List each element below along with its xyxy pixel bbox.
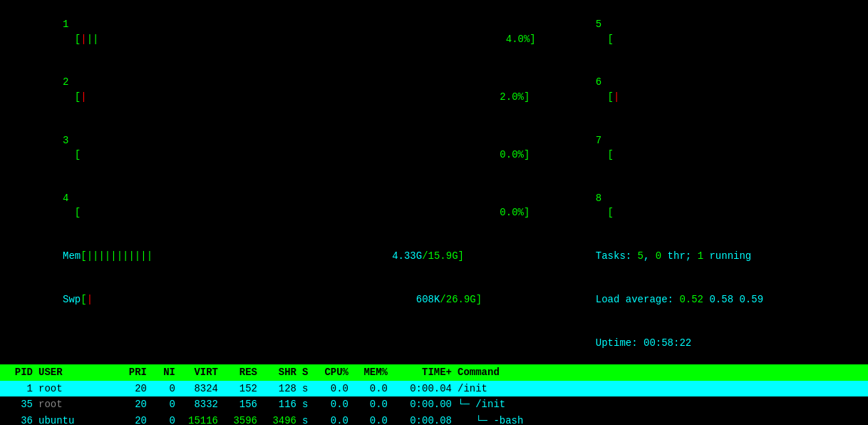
row1-user: root <box>38 381 117 396</box>
cpu5-bracket-open: [ <box>596 34 614 45</box>
row2-cmd: └─ /init <box>458 396 865 412</box>
cpu4-percent: 0.0%] <box>500 207 529 218</box>
cpu1-percent: 4.0%] <box>506 34 536 45</box>
cpu5-num: 5 <box>596 19 601 30</box>
cpu6-num: 6 <box>596 76 601 88</box>
mem-row: Mem[||||||||||| 4.33G/15.9G] <box>3 235 536 278</box>
cpu1-bar-red: | <box>81 34 86 45</box>
tasks-sep1: , <box>644 250 656 262</box>
row2-cpu: 0.0 <box>315 396 354 412</box>
cpu1-bar-green: || <box>87 34 99 45</box>
load-v2: 0.58 <box>709 294 733 305</box>
cpu8-num: 8 <box>596 193 601 204</box>
mem-bracket: [ <box>81 250 86 262</box>
tasks-label: Tasks: <box>596 250 638 262</box>
row1-virt: 8324 <box>181 381 224 396</box>
table-row[interactable]: 36 ubuntu 20 0 15116 3596 3496 s 0.0 0.0… <box>0 413 868 425</box>
swp-row: Swp[| 608K/26.9G] <box>3 278 536 322</box>
cpu-row-2: 2 [| 2.0%] <box>3 61 536 118</box>
process-table: PID USER PRI NI VIRT RES SHR S CPU% MEM%… <box>0 364 868 425</box>
cpu-row-3: 3 [ 0.0%] <box>3 118 536 176</box>
cpu2-num: 2 <box>63 76 68 88</box>
swp-used: 608K <box>416 294 440 305</box>
cpu4-bracket-open: [ <box>63 207 81 218</box>
header-pri: PRI <box>117 364 153 380</box>
row2-user: root <box>38 396 117 412</box>
row1-pid: 1 <box>3 381 38 396</box>
cpu3-bracket-open: [ <box>63 149 81 160</box>
row3-pid: 36 <box>3 413 38 425</box>
cpu-row-6: 6 [| 0.7%] <box>536 61 868 118</box>
cpu7-bracket-open: [ <box>596 149 614 160</box>
row2-pri: 20 <box>117 396 153 412</box>
row2-shr: 116 <box>263 396 302 412</box>
swp-bar: | <box>87 294 93 305</box>
row3-time: 0:00.08 <box>393 413 458 425</box>
cpu7-spacer <box>614 149 868 160</box>
cpu1-spacer <box>98 34 505 45</box>
mem-spacer <box>153 250 392 262</box>
cpu2-bracket-open: [ <box>63 91 81 103</box>
header-pid: PID <box>3 364 38 380</box>
tasks-thr-label: thr; <box>661 250 697 262</box>
row3-mem: 0.0 <box>354 413 393 425</box>
row1-cmd: /init <box>458 381 865 396</box>
cpu-row-5: 5 [ 0.0%] <box>536 3 868 61</box>
header-cpu: CPU% <box>315 364 354 380</box>
row1-s: s <box>302 381 315 396</box>
uptime-label: Uptime: <box>596 337 644 349</box>
cpu2-spacer <box>87 91 500 103</box>
mem-bar2: | <box>147 250 153 262</box>
cpu6-bracket-open: [ <box>596 91 614 103</box>
swp-spacer <box>93 294 416 305</box>
table-row[interactable]: 35 root 20 0 8332 156 116 s 0.0 0.0 0:00… <box>0 396 868 412</box>
tasks-count: 5 <box>638 250 644 262</box>
tasks-thr: 0 <box>656 250 661 262</box>
mem-close: ] <box>458 250 464 262</box>
row3-user: ubuntu <box>38 413 117 425</box>
load-v1: 0.52 <box>679 294 703 305</box>
uptime-row: Uptime: 00:58:22 <box>536 322 868 365</box>
swp-label: Swp <box>63 294 81 305</box>
table-header: PID USER PRI NI VIRT RES SHR S CPU% MEM%… <box>0 364 868 380</box>
swp-bracket: [ <box>81 294 86 305</box>
cpu2-bar: | <box>81 91 86 103</box>
row2-ni: 0 <box>153 396 181 412</box>
tasks-running-label: running <box>703 250 751 262</box>
cpu4-num: 4 <box>63 193 68 204</box>
cpu8-spacer <box>614 207 868 218</box>
cpu1-bracket-open: [ <box>63 34 81 45</box>
header-mem: MEM% <box>354 364 393 380</box>
row3-pri: 20 <box>117 413 153 425</box>
row1-cpu: 0.0 <box>315 381 354 396</box>
header-res: RES <box>224 364 263 380</box>
row2-pid: 35 <box>3 396 38 412</box>
header-time: TIME+ <box>393 364 458 380</box>
row3-ni: 0 <box>153 413 181 425</box>
row3-cmd: └─ -bash <box>458 413 865 425</box>
row2-mem: 0.0 <box>354 396 393 412</box>
cpu-row-1: 1 [||| 4.0%] <box>3 3 536 61</box>
header-shr: SHR <box>263 364 302 380</box>
row3-cpu: 0.0 <box>315 413 354 425</box>
mem-total: 15.9G <box>428 250 458 262</box>
cpu4-spacer <box>81 207 500 218</box>
header-user: USER <box>38 364 117 380</box>
mem-label: Mem <box>63 250 81 262</box>
cpu5-spacer <box>614 34 868 45</box>
row2-s: s <box>302 396 315 412</box>
row3-s: s <box>302 413 315 425</box>
row2-res: 156 <box>224 396 263 412</box>
row3-shr: 3496 <box>263 413 302 425</box>
cpu7-num: 7 <box>596 135 601 146</box>
cpu3-num: 3 <box>63 135 68 146</box>
tasks-row: Tasks: 5, 0 thr; 1 running <box>536 235 868 278</box>
table-row[interactable]: 1 root 20 0 8324 152 128 s 0.0 0.0 0:00.… <box>0 381 868 396</box>
mem-sep: / <box>422 250 428 262</box>
header-virt: VIRT <box>181 364 224 380</box>
row2-virt: 8332 <box>181 396 224 412</box>
row3-virt: 15116 <box>181 413 224 425</box>
mem-used: 4.33G <box>392 250 422 262</box>
row1-mem: 0.0 <box>354 381 393 396</box>
header-cmd: Command <box>458 364 865 380</box>
